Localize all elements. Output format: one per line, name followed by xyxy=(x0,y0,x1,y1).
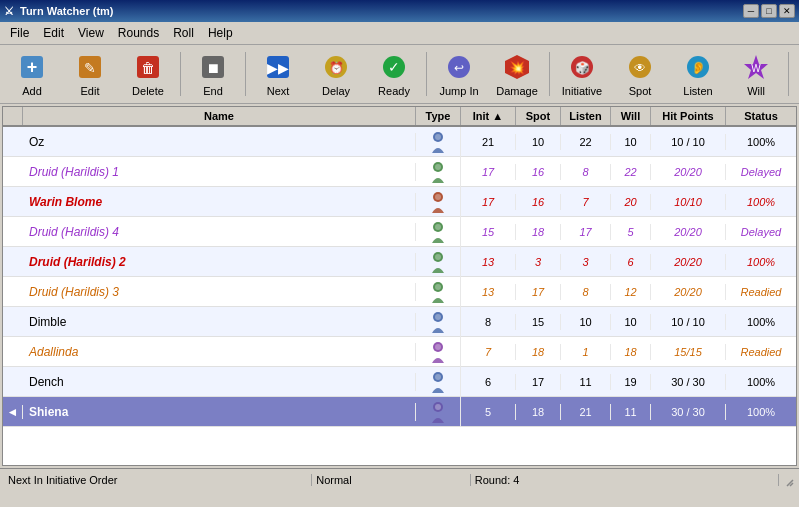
toolbar-separator xyxy=(788,52,789,96)
next-label: Next xyxy=(267,85,290,97)
delete-button[interactable]: 🗑 Delete xyxy=(120,47,176,101)
initiative-value: 13 xyxy=(461,254,516,270)
toolbar-separator xyxy=(245,52,246,96)
character-name: Druid (Harildis) 3 xyxy=(23,283,416,301)
delay-label: Delay xyxy=(322,85,350,97)
maximize-button[interactable]: □ xyxy=(761,4,777,18)
close-button[interactable]: ✕ xyxy=(779,4,795,18)
svg-text:+: + xyxy=(27,57,38,77)
status-left-text: Next In Initiative Order xyxy=(8,474,117,486)
will-value: 19 xyxy=(611,374,651,390)
character-name: Oz xyxy=(23,133,416,151)
title-icon: ⚔ xyxy=(4,5,14,18)
edit-button[interactable]: ✎ Edit xyxy=(62,47,118,101)
table-row[interactable]: Dimble 815101010 / 10100% xyxy=(3,307,796,337)
table-row[interactable]: Druid (Harildis) 4 151817520/20Delayed xyxy=(3,217,796,247)
column-header-8[interactable]: Status xyxy=(726,107,796,125)
table-row[interactable]: Druid (Harildis) 3 131781220/20Readied xyxy=(3,277,796,307)
status-value: Readied xyxy=(726,284,796,300)
ready-button[interactable]: ✓ Ready xyxy=(366,47,422,101)
svg-point-29 xyxy=(435,164,441,170)
menu-item-roll[interactable]: Roll xyxy=(167,24,200,42)
listen-value: 7 xyxy=(561,194,611,210)
spot-button[interactable]: 👁 Spot xyxy=(612,47,668,101)
table-row[interactable]: Dench 617111930 / 30100% xyxy=(3,367,796,397)
status-value: Readied xyxy=(726,344,796,360)
will-value: 5 xyxy=(611,224,651,240)
svg-point-41 xyxy=(435,344,441,350)
next-button[interactable]: ▶▶ Next xyxy=(250,47,306,101)
svg-point-43 xyxy=(435,374,441,380)
will-value: 10 xyxy=(611,134,651,150)
status-value: 100% xyxy=(726,404,796,420)
add-icon: + xyxy=(16,51,48,83)
listen-value: 17 xyxy=(561,224,611,240)
add-label: Add xyxy=(22,85,42,97)
column-header-7[interactable]: Hit Points xyxy=(651,107,726,125)
hit-points-value: 10/10 xyxy=(651,194,726,210)
svg-text:▶▶: ▶▶ xyxy=(267,60,289,76)
status-value: 100% xyxy=(726,134,796,150)
character-name: Dench xyxy=(23,373,416,391)
svg-point-31 xyxy=(435,194,441,200)
status-value: Delayed xyxy=(726,224,796,240)
menu-bar: FileEditViewRoundsRollHelp xyxy=(0,22,799,45)
menu-item-file[interactable]: File xyxy=(4,24,35,42)
status-right-text: Round: 4 xyxy=(475,474,520,486)
table-row[interactable]: Druid (Harildis) 2 1333620/20100% xyxy=(3,247,796,277)
will-value: 18 xyxy=(611,344,651,360)
column-header-6[interactable]: Will xyxy=(611,107,651,125)
listen-value: 1 xyxy=(561,344,611,360)
menu-item-edit[interactable]: Edit xyxy=(37,24,70,42)
svg-text:✎: ✎ xyxy=(84,60,96,76)
svg-text:⏰: ⏰ xyxy=(329,60,344,75)
listen-value: 3 xyxy=(561,254,611,270)
svg-point-39 xyxy=(435,314,441,320)
table-row[interactable]: Adallinda 71811815/15Readied xyxy=(3,337,796,367)
character-name: Shiena xyxy=(23,403,416,421)
table-row[interactable]: ◄Shiena 518211130 / 30100% xyxy=(3,397,796,427)
resize-grip[interactable] xyxy=(779,472,795,488)
table-row[interactable]: Oz 2110221010 / 10100% xyxy=(3,127,796,157)
hit-points-value: 20/20 xyxy=(651,254,726,270)
initiative-button[interactable]: 🎲 Initiative xyxy=(554,47,610,101)
spot-value: 18 xyxy=(516,404,561,420)
status-center: Normal xyxy=(312,474,471,486)
menu-item-help[interactable]: Help xyxy=(202,24,239,42)
character-type-icon xyxy=(416,127,461,157)
character-type-icon xyxy=(416,307,461,337)
initiative-value: 15 xyxy=(461,224,516,240)
status-value: 100% xyxy=(726,254,796,270)
table-row[interactable]: Druid (Harildis) 1 171682220/20Delayed xyxy=(3,157,796,187)
listen-icon: 👂 xyxy=(682,51,714,83)
character-name: Dimble xyxy=(23,313,416,331)
will-button[interactable]: W Will xyxy=(728,47,784,101)
listen-button[interactable]: 👂 Listen xyxy=(670,47,726,101)
svg-text:⏹: ⏹ xyxy=(206,60,220,76)
ready-label: Ready xyxy=(378,85,410,97)
spot-value: 16 xyxy=(516,194,561,210)
delay-icon: ⏰ xyxy=(320,51,352,83)
hit-points-value: 15/15 xyxy=(651,344,726,360)
main-table-area: NameTypeInit ▲SpotListenWillHit PointsSt… xyxy=(2,106,797,466)
table-row[interactable]: Warin Blome 171672010/10100% xyxy=(3,187,796,217)
delay-button[interactable]: ⏰ Delay xyxy=(308,47,364,101)
status-value: 100% xyxy=(726,314,796,330)
column-header-1: Name xyxy=(23,107,416,125)
damage-button[interactable]: 💥 Damage xyxy=(489,47,545,101)
listen-value: 11 xyxy=(561,374,611,390)
column-header-3[interactable]: Init ▲ xyxy=(461,107,516,125)
delete-label: Delete xyxy=(132,85,164,97)
title-bar-buttons: ─ □ ✕ xyxy=(743,4,795,18)
end-button[interactable]: ⏹ End xyxy=(185,47,241,101)
menu-item-view[interactable]: View xyxy=(72,24,110,42)
add-button[interactable]: + Add xyxy=(4,47,60,101)
column-header-5[interactable]: Listen xyxy=(561,107,611,125)
column-header-4[interactable]: Spot xyxy=(516,107,561,125)
minimize-button[interactable]: ─ xyxy=(743,4,759,18)
listen-value: 10 xyxy=(561,314,611,330)
listen-value: 8 xyxy=(561,164,611,180)
svg-text:W: W xyxy=(751,63,761,74)
menu-item-rounds[interactable]: Rounds xyxy=(112,24,165,42)
jump-button[interactable]: ↩ Jump In xyxy=(431,47,487,101)
